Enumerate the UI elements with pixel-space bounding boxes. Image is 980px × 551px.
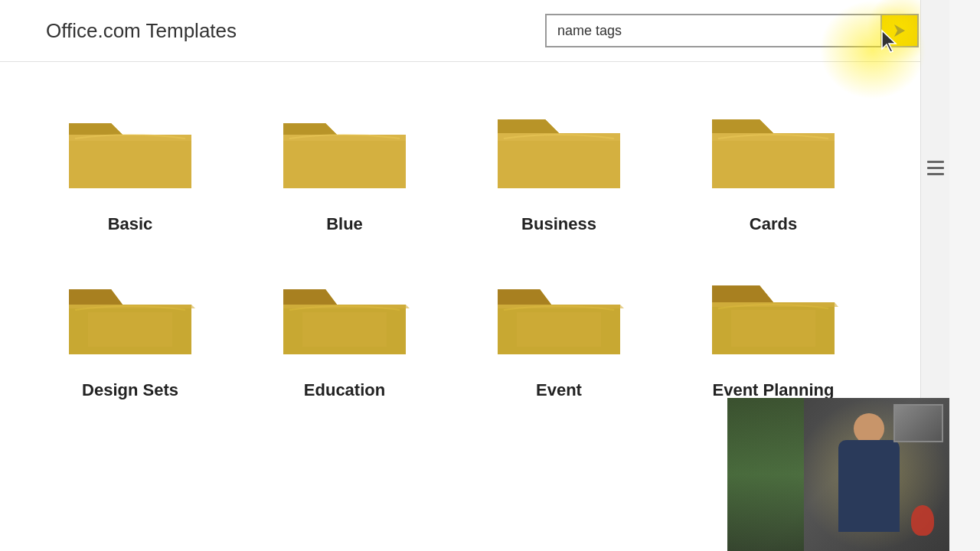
page-title: Office.com Templates: [46, 19, 237, 43]
hamburger-line-2: [927, 167, 944, 169]
folder-cards-icon: [704, 93, 842, 200]
folder-education[interactable]: Education: [260, 259, 429, 402]
folder-business-label: Business: [521, 214, 596, 236]
webcam-feed: [727, 398, 949, 551]
elmo-puppet: [911, 505, 934, 536]
search-input[interactable]: [545, 14, 882, 47]
folder-event[interactable]: Event: [475, 259, 643, 402]
folder-blue[interactable]: Blue: [260, 93, 429, 236]
webcam-overlay: [727, 398, 949, 551]
folder-education-icon: [276, 259, 413, 366]
folder-basic[interactable]: Basic: [46, 93, 214, 236]
folder-event-icon: [490, 259, 628, 366]
folder-design-sets-icon: [61, 259, 199, 366]
folder-event-planning[interactable]: Event Planning: [689, 259, 858, 402]
background-plants: [727, 398, 804, 551]
folder-blue-label: Blue: [326, 214, 363, 236]
folder-business-icon: [490, 93, 628, 200]
folder-business[interactable]: Business: [475, 93, 643, 236]
header: Office.com Templates: [0, 0, 949, 62]
search-button[interactable]: [882, 14, 919, 47]
search-area: [545, 14, 919, 47]
folder-basic-label: Basic: [108, 214, 153, 236]
hamburger-line-3: [927, 173, 944, 175]
folder-design-sets[interactable]: Design Sets: [46, 259, 214, 402]
folder-event-planning-icon: [704, 259, 842, 366]
hamburger-line-1: [927, 161, 944, 163]
folder-cards-label: Cards: [750, 214, 797, 236]
hamburger-menu: [921, 0, 949, 175]
folder-cards[interactable]: Cards: [689, 93, 858, 236]
pip-box: [893, 404, 943, 442]
main-content: Office.com Templates: [0, 0, 949, 551]
svg-marker-0: [894, 24, 905, 37]
folder-blue-icon: [276, 93, 413, 200]
search-arrow-icon: [890, 21, 909, 40]
folder-design-sets-label: Design Sets: [82, 380, 178, 402]
folder-event-label: Event: [536, 380, 582, 402]
folders-grid: Basic Blue Business: [0, 62, 949, 432]
folder-education-label: Education: [304, 380, 385, 402]
folder-basic-icon: [61, 93, 199, 200]
